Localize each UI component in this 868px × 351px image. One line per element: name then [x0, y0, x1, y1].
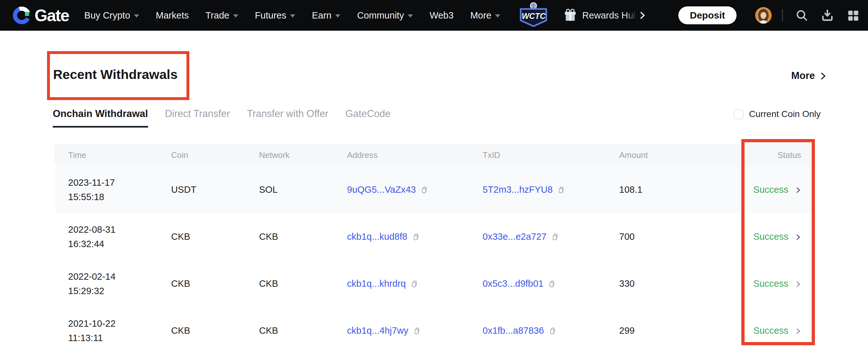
column-header-status: Status	[721, 150, 814, 160]
nav-item-more[interactable]: More	[470, 10, 500, 21]
amount-cell: 330	[606, 279, 721, 289]
time-cell: 2023-11-17 15:55:18	[54, 176, 157, 204]
chevron-right-icon	[639, 10, 646, 20]
download-app-button[interactable]	[821, 9, 834, 22]
deposit-button[interactable]: Deposit	[678, 6, 737, 24]
apps-grid-button[interactable]	[846, 9, 860, 22]
amount-cell: 299	[606, 325, 721, 336]
copy-icon[interactable]	[557, 185, 565, 194]
txid-link[interactable]: 0x1fb...a87836	[483, 325, 544, 336]
caret-down-icon	[134, 14, 139, 18]
chevron-right-icon	[796, 327, 801, 335]
chevron-right-icon	[796, 233, 801, 241]
caret-down-icon	[335, 14, 340, 18]
nav-menu: Buy Crypto Markets Trade Futures Earn Co…	[85, 10, 517, 21]
tab-direct-transfer[interactable]: Direct Transfer	[165, 108, 230, 128]
caret-down-icon	[233, 14, 238, 18]
current-coin-only-label[interactable]: Current Coin Only	[749, 109, 821, 119]
column-header-txid: TxID	[469, 150, 606, 160]
table-row: 2023-11-17 15:55:18 USDT SOL 9uQG5...VaZ…	[54, 166, 814, 213]
gate-logo-icon	[12, 5, 33, 26]
status-badge: Success	[753, 325, 788, 336]
network-cell: CKB	[245, 231, 333, 242]
nav-item-markets[interactable]: Markets	[156, 10, 189, 21]
txid-cell: 0x1fb...a87836	[469, 325, 606, 336]
address-cell: 9uQG5...VaZx43	[333, 185, 469, 195]
avatar[interactable]	[755, 7, 772, 24]
gate-logo-text: Gate	[35, 6, 69, 25]
table-header-row: Time Coin Network Address TxID Amount St…	[54, 144, 814, 166]
nav-divider	[782, 9, 783, 22]
status-link[interactable]: Success	[721, 231, 814, 242]
column-header-coin: Coin	[157, 150, 245, 160]
search-icon	[795, 9, 808, 22]
grid-icon	[846, 9, 860, 22]
wctc-badge[interactable]: WCTC	[517, 2, 550, 29]
rewards-hub-link[interactable]: Rewards Hub	[563, 8, 646, 23]
nav-item-community[interactable]: Community	[357, 10, 413, 21]
caret-down-icon	[408, 14, 413, 18]
amount-cell: 700	[606, 231, 721, 242]
status-badge: Success	[753, 185, 788, 195]
coin-cell: CKB	[157, 325, 245, 336]
address-link[interactable]: 9uQG5...VaZx43	[347, 185, 416, 195]
nav-item-web3[interactable]: Web3	[430, 10, 454, 21]
tab-transfer-with-offer[interactable]: Transfer with Offer	[247, 108, 329, 128]
status-link[interactable]: Success	[721, 185, 814, 195]
nav-item-trade[interactable]: Trade	[205, 10, 238, 21]
top-nav: Gate Buy Crypto Markets Trade Futures Ea…	[0, 0, 868, 31]
amount-cell: 108.1	[606, 185, 721, 195]
copy-icon[interactable]	[548, 326, 557, 335]
caret-down-icon	[495, 14, 500, 18]
txid-cell: 0x33e...e2a727	[469, 231, 606, 242]
chevron-right-icon	[819, 71, 827, 81]
network-cell: SOL	[245, 185, 333, 195]
txid-link[interactable]: 5T2m3...hzFYU8	[483, 185, 553, 195]
nav-item-earn[interactable]: Earn	[312, 10, 340, 21]
status-link[interactable]: Success	[721, 279, 814, 289]
copy-icon[interactable]	[412, 326, 421, 335]
address-cell: ckb1q...4hj7wy	[333, 325, 469, 336]
column-header-address: Address	[333, 150, 469, 160]
status-badge: Success	[753, 279, 788, 289]
column-header-amount: Amount	[606, 150, 721, 160]
nav-item-buy-crypto[interactable]: Buy Crypto	[85, 10, 139, 21]
table-row: 2022-02-14 15:29:32 CKB CKB ckb1q...khrd…	[54, 260, 814, 307]
address-cell: ckb1q...kud8f8	[333, 231, 469, 242]
txid-cell: 0x5c3...d9fb01	[469, 279, 606, 289]
chevron-right-icon	[796, 280, 801, 288]
column-header-time: Time	[54, 150, 157, 160]
search-button[interactable]	[795, 9, 808, 22]
copy-icon[interactable]	[412, 232, 420, 241]
status-link[interactable]: Success	[721, 325, 814, 336]
download-icon	[821, 9, 834, 22]
copy-icon[interactable]	[420, 185, 429, 194]
nav-item-futures[interactable]: Futures	[255, 10, 295, 21]
copy-icon[interactable]	[551, 232, 559, 241]
network-cell: CKB	[245, 325, 333, 336]
address-link[interactable]: ckb1q...4hj7wy	[347, 325, 408, 336]
table-row: 2022-08-31 16:32:44 CKB CKB ckb1q...kud8…	[54, 213, 814, 260]
copy-icon[interactable]	[410, 279, 418, 288]
tab-onchain-withdrawal[interactable]: Onchain Withdrawal	[53, 108, 148, 128]
address-link[interactable]: ckb1q...kud8f8	[347, 231, 407, 242]
time-cell: 2022-02-14 15:29:32	[54, 269, 157, 298]
column-header-network: Network	[245, 150, 333, 160]
copy-icon[interactable]	[548, 279, 556, 288]
rewards-hub-label: Rewards Hub	[582, 10, 637, 21]
network-cell: CKB	[245, 279, 333, 289]
chevron-right-icon	[796, 186, 801, 194]
tab-gatecode[interactable]: GateCode	[345, 108, 391, 128]
address-link[interactable]: ckb1q...khrdrq	[347, 279, 406, 289]
time-cell: 2022-08-31 16:32:44	[54, 223, 157, 251]
gate-logo[interactable]: Gate	[12, 5, 69, 26]
txid-link[interactable]: 0x33e...e2a727	[483, 231, 547, 242]
current-coin-only-checkbox[interactable]	[734, 109, 744, 119]
time-cell: 2021-10-22 11:13:11	[54, 317, 157, 345]
more-link[interactable]: More	[791, 70, 827, 82]
withdrawal-tabs: Onchain Withdrawal Direct Transfer Trans…	[53, 108, 407, 128]
txid-cell: 5T2m3...hzFYU8	[469, 185, 606, 195]
table-row: 2021-10-22 11:13:11 CKB CKB ckb1q...4hj7…	[54, 307, 814, 351]
caret-down-icon	[290, 14, 295, 18]
txid-link[interactable]: 0x5c3...d9fb01	[483, 279, 544, 289]
